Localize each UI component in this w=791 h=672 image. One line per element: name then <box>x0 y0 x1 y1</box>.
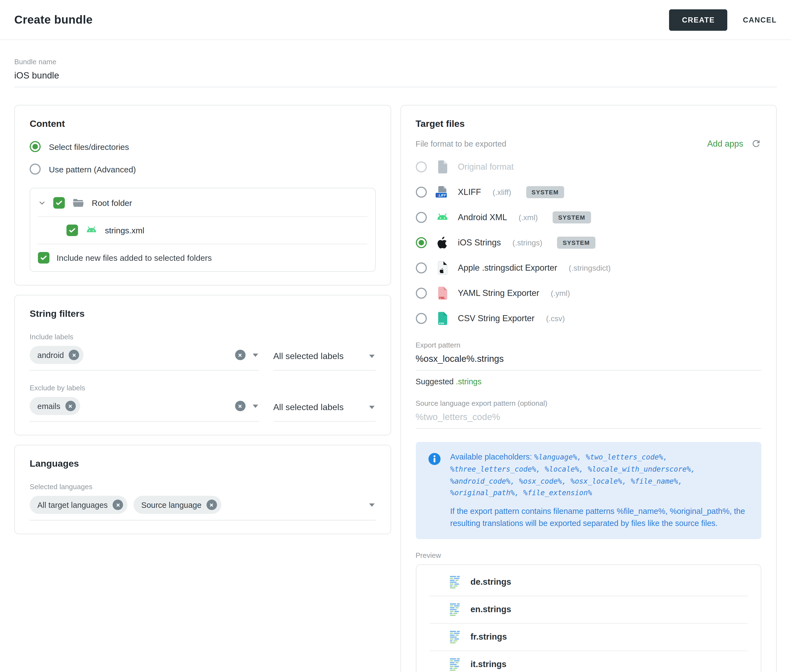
chip-remove-icon[interactable] <box>112 499 123 510</box>
suggested-extension[interactable]: .strings <box>456 377 482 386</box>
bundle-name-block: Bundle name <box>14 58 777 87</box>
radio-android-xml[interactable] <box>416 212 427 223</box>
format-label: File format to be exported <box>416 139 506 148</box>
radio-csv[interactable] <box>416 313 427 324</box>
info-intro: Available placeholders: <box>450 453 532 461</box>
file-checkbox[interactable] <box>66 224 78 236</box>
clear-labels-icon[interactable] <box>235 401 245 411</box>
chevron-down-icon[interactable] <box>38 199 46 207</box>
radio-row-select-files[interactable]: Select files/directories <box>30 141 375 152</box>
preview-row: de.strings <box>416 569 761 595</box>
format-row-ios-strings[interactable]: iOS Strings (.strings) SYSTEM <box>416 230 761 255</box>
csv-icon: csv <box>435 311 449 326</box>
radio-row-use-pattern[interactable]: Use pattern (Advanced) <box>30 163 375 174</box>
chip-android: android <box>30 346 84 364</box>
string-filters-card: String filters Include labels android <box>14 295 391 435</box>
format-row-android-xml[interactable]: Android XML (.xml) SYSTEM <box>416 205 761 230</box>
include-new-files-row[interactable]: Include new files added to selected fold… <box>38 244 367 269</box>
content-card: Content Select files/directories Use pat… <box>14 105 391 285</box>
format-ext: (.yml) <box>551 289 570 298</box>
chip-remove-icon[interactable] <box>207 499 217 510</box>
format-ext: (.csv) <box>546 314 565 323</box>
right-column: Target files File format to be exported … <box>400 105 777 672</box>
format-name: CSV String Exporter <box>458 314 534 323</box>
radio-select-files[interactable] <box>30 141 41 152</box>
exclude-labels-label: Exclude by labels <box>30 384 375 392</box>
suggested-label: Suggested <box>416 377 454 386</box>
root-folder-checkbox[interactable] <box>53 197 65 209</box>
chip-emails: emails <box>30 397 80 415</box>
string-filters-title: String filters <box>30 309 375 320</box>
format-row-stringsdict[interactable]: Apple .stringsdict Exporter (.stringsdic… <box>416 255 761 280</box>
strings-file-icon <box>449 657 460 672</box>
info-icon <box>428 453 441 466</box>
format-name: iOS Strings <box>458 238 501 248</box>
page-title: Create bundle <box>14 13 93 26</box>
exclude-labels-field[interactable]: emails <box>30 394 259 422</box>
tree-row-root-folder: Root folder <box>38 189 367 216</box>
suggested-row: Suggested .strings <box>416 377 761 386</box>
refresh-icon[interactable] <box>751 138 761 149</box>
format-row-yaml[interactable]: YML YAML String Exporter (.yml) <box>416 280 761 306</box>
source-pattern-input[interactable] <box>416 407 761 429</box>
include-mode-select[interactable]: All selected labels <box>273 343 375 371</box>
selected-languages-field[interactable]: All target languages Source language <box>30 493 375 520</box>
folder-icon <box>72 197 85 209</box>
android-icon <box>435 211 449 224</box>
strings-file-icon <box>449 629 460 644</box>
file-icon <box>435 160 449 174</box>
format-ext: (.stringsdict) <box>569 264 611 272</box>
chip-source-language: Source language <box>133 496 221 514</box>
selected-languages-label: Selected languages <box>30 483 375 491</box>
strings-file-icon <box>449 574 460 589</box>
add-apps-link[interactable]: Add apps <box>707 139 743 149</box>
preview-row: fr.strings <box>416 624 761 650</box>
android-file-icon <box>85 224 98 237</box>
bundle-name-label: Bundle name <box>14 58 777 66</box>
bundle-name-input[interactable] <box>14 66 777 87</box>
chip-remove-icon[interactable] <box>65 401 76 411</box>
header-bar: Create bundle CREATE CANCEL <box>0 0 791 40</box>
exclude-mode-select[interactable]: All selected labels <box>273 394 375 422</box>
page-body: Bundle name Content Select files/directo… <box>0 58 791 672</box>
svg-text:XLIFF: XLIFF <box>436 194 446 197</box>
include-new-files-label: Include new files added to selected fold… <box>56 253 212 262</box>
preview-file-name: en.strings <box>470 605 511 614</box>
add-apps-group: Add apps <box>707 138 761 149</box>
radio-xliff[interactable] <box>416 187 427 198</box>
include-new-files-checkbox[interactable] <box>38 252 50 264</box>
radio-select-files-label: Select files/directories <box>49 142 129 151</box>
languages-dropdown-caret[interactable] <box>369 503 374 506</box>
labels-dropdown-caret[interactable] <box>252 404 258 408</box>
radio-use-pattern[interactable] <box>30 163 41 174</box>
system-badge: SYSTEM <box>526 186 564 198</box>
format-row-xliff[interactable]: XLIFF XLIFF (.xliff) SYSTEM <box>416 179 761 205</box>
format-row-csv[interactable]: csv CSV String Exporter (.csv) <box>416 306 761 331</box>
clear-labels-icon[interactable] <box>235 350 245 360</box>
labels-dropdown-caret[interactable] <box>252 353 258 357</box>
format-header-row: File format to be exported Add apps <box>416 138 761 149</box>
preview-row: it.strings <box>416 651 761 672</box>
exclude-labels-row: emails <box>30 394 375 422</box>
radio-stringsdict[interactable] <box>416 262 427 274</box>
radio-yaml[interactable] <box>416 288 427 299</box>
cancel-button[interactable]: CANCEL <box>743 16 777 24</box>
content-title: Content <box>30 118 375 130</box>
divider <box>429 595 748 596</box>
header-actions: CREATE CANCEL <box>669 9 777 30</box>
preview-list: de.strings <box>416 564 761 672</box>
radio-ios-strings[interactable] <box>416 237 427 248</box>
export-pattern-block: Export pattern <box>416 341 761 371</box>
include-labels-field[interactable]: android <box>30 343 259 371</box>
info-box: Available placeholders: %language%, %two… <box>416 442 761 539</box>
export-pattern-input[interactable] <box>416 349 761 371</box>
format-name: Apple .stringsdict Exporter <box>458 263 557 273</box>
chip-label: emails <box>37 402 61 410</box>
format-name: XLIFF <box>458 187 481 197</box>
exclude-mode-value: All selected labels <box>273 402 343 412</box>
system-badge: SYSTEM <box>553 211 591 224</box>
chevron-down-icon <box>369 354 374 358</box>
create-button[interactable]: CREATE <box>669 9 728 30</box>
preview-row: en.strings <box>416 597 761 622</box>
chip-remove-icon[interactable] <box>69 350 79 360</box>
